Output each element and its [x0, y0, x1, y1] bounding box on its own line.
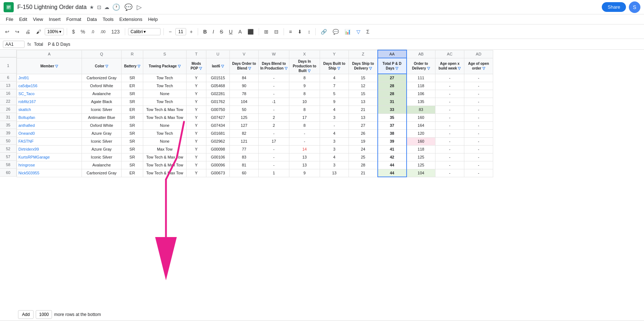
cell-ac[interactable]: - [435, 74, 464, 82]
cell-ac[interactable]: - [435, 161, 464, 169]
cell-x[interactable]: 8 [289, 90, 320, 98]
add-rows-count[interactable]: 1000 [36, 310, 52, 319]
valign-button[interactable]: ⬇ [295, 27, 304, 36]
cell-ac[interactable]: - [435, 153, 464, 161]
cell-aa[interactable]: 28 [378, 82, 407, 90]
filter-mods[interactable]: ▽ [199, 66, 202, 70]
cell-ac[interactable]: - [435, 82, 464, 90]
cell-ac[interactable]: - [435, 121, 464, 129]
cell-v[interactable]: 90 [230, 82, 259, 90]
cell-color[interactable]: Iconic Silver [82, 137, 122, 145]
cell-y[interactable]: 3 [320, 113, 349, 121]
cell-battery[interactable]: SR [122, 153, 143, 161]
cell-battery[interactable]: SR [122, 74, 143, 82]
cell-ac[interactable]: - [435, 129, 464, 137]
col-a-header[interactable]: A [17, 50, 82, 58]
cell-ab[interactable]: 164 [407, 121, 435, 129]
cell-y[interactable]: 4 [320, 153, 349, 161]
cell-z[interactable]: 21 [349, 106, 378, 113]
cell-aa[interactable]: 33 [378, 106, 407, 113]
filter-y[interactable]: ▽ [337, 66, 340, 70]
cell-color[interactable]: Iconic Silver [82, 106, 122, 113]
cell-z[interactable]: 12 [349, 82, 378, 90]
cell-w[interactable]: 2 [259, 113, 289, 121]
filter-towing[interactable]: ▽ [178, 64, 181, 68]
cell-color[interactable]: Agate Black [82, 98, 122, 106]
menu-data[interactable]: Data [84, 16, 100, 23]
italic-button[interactable]: I [210, 27, 216, 36]
cell-ad[interactable]: - [464, 129, 493, 137]
font-size-increase[interactable]: + [188, 27, 195, 36]
font-size-decrease[interactable]: − [167, 27, 174, 36]
cell-x[interactable]: 9 [289, 82, 320, 90]
cloud-icon[interactable]: ☁ [104, 4, 109, 10]
table-scroll[interactable]: A Q R S T U V W X Y Z AA AB AC A [17, 50, 644, 307]
cell-w[interactable]: 17 [259, 137, 289, 145]
cell-towing[interactable]: None [143, 121, 187, 129]
cell-ad[interactable]: - [464, 74, 493, 82]
add-rows-button[interactable]: Add [18, 310, 34, 319]
cell-ac[interactable]: - [435, 113, 464, 121]
cell-member[interactable]: hringrose [17, 161, 82, 169]
cell-battery[interactable]: SR [122, 98, 143, 106]
cell-mods[interactable]: Y [187, 161, 206, 169]
cell-v[interactable]: 78 [230, 90, 259, 98]
cell-w[interactable]: - [259, 153, 289, 161]
cell-aa[interactable]: 44 [378, 169, 407, 177]
print-button[interactable]: 🖨 [23, 27, 32, 36]
cell-last6[interactable]: G00096 [206, 161, 230, 169]
cell-towing[interactable]: Tow Tech [143, 129, 187, 137]
menu-extensions[interactable]: Extensions [117, 16, 145, 23]
cell-w[interactable]: 2 [259, 121, 289, 129]
cell-y[interactable]: 13 [320, 169, 349, 177]
cell-battery[interactable]: ER [122, 106, 143, 113]
cell-y[interactable]: 7 [320, 82, 349, 90]
menu-view[interactable]: View [30, 16, 46, 23]
cell-w[interactable]: - [259, 106, 289, 113]
cell-v[interactable]: 83 [230, 153, 259, 161]
cell-mods[interactable]: Y [187, 153, 206, 161]
col-u-header[interactable]: U [206, 50, 230, 58]
paint-format-button[interactable]: 🖌 [34, 27, 43, 36]
cell-x[interactable]: 9 [289, 169, 320, 177]
cell-last6[interactable]: G00106 [206, 153, 230, 161]
col-w-header[interactable]: W [259, 50, 289, 58]
cell-ad[interactable]: - [464, 90, 493, 98]
cell-member[interactable]: Dirtriderx99 [17, 145, 82, 153]
strikethrough-button[interactable]: S [218, 27, 225, 36]
cell-w[interactable]: - [259, 90, 289, 98]
cell-member[interactable]: anthafied [17, 121, 82, 129]
cell-battery[interactable]: SR [122, 121, 143, 129]
cell-mods[interactable]: Y [187, 137, 206, 145]
cell-ad[interactable]: - [464, 137, 493, 145]
cell-battery[interactable]: SR [122, 137, 143, 145]
col-t-header[interactable]: T [187, 50, 206, 58]
cell-w[interactable]: -1 [259, 98, 289, 106]
percent-button[interactable]: % [79, 27, 87, 36]
cell-last6[interactable]: G02281 [206, 90, 230, 98]
cell-color[interactable]: Azure Gray [82, 129, 122, 137]
cell-ab[interactable]: 125 [407, 161, 435, 169]
cell-v[interactable]: 82 [230, 129, 259, 137]
cell-battery[interactable]: ER [122, 82, 143, 90]
cell-ab[interactable]: 160 [407, 113, 435, 121]
cell-z[interactable]: 26 [349, 129, 378, 137]
cell-ad[interactable]: - [464, 169, 493, 177]
cell-battery[interactable]: SR [122, 113, 143, 121]
col-r-header[interactable]: R [122, 50, 143, 58]
cell-ad[interactable]: - [464, 121, 493, 129]
star-icon[interactable]: ★ [89, 4, 94, 10]
cell-towing[interactable]: Tow Tech & Max Tow [143, 106, 187, 113]
cell-z[interactable]: 27 [349, 121, 378, 129]
cell-member[interactable]: robfitz167 [17, 98, 82, 106]
cell-y[interactable]: 4 [320, 106, 349, 113]
cell-last6[interactable]: G07427 [206, 113, 230, 121]
cell-ad[interactable]: - [464, 106, 493, 113]
cell-ad[interactable]: - [464, 145, 493, 153]
cell-battery[interactable]: ER [122, 169, 143, 177]
cell-w[interactable]: 1 [259, 169, 289, 177]
cell-v[interactable]: 77 [230, 145, 259, 153]
cell-last6[interactable]: G00098 [206, 145, 230, 153]
cell-aa[interactable]: 27 [378, 74, 407, 82]
folder-icon[interactable]: ⊡ [97, 4, 101, 10]
